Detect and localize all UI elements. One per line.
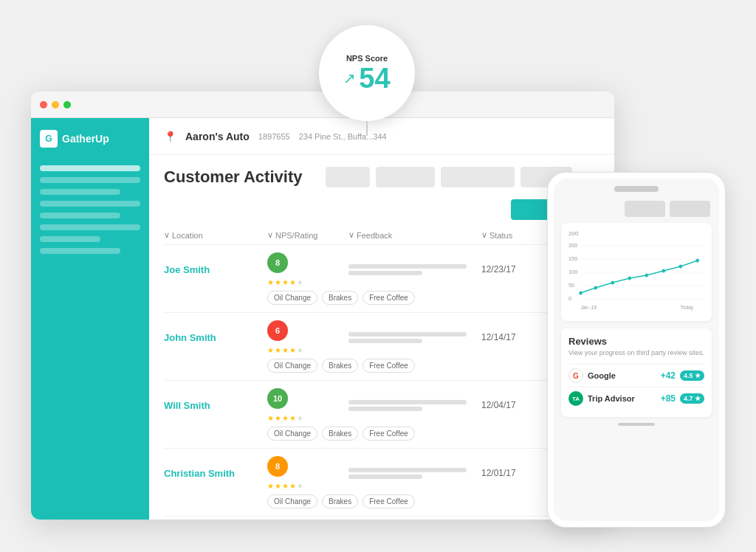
row-top: Christian Smith 8 ★ ★ ★ ★ (164, 456, 599, 490)
tags-row: Oil Change Brakes Free Coffee (164, 494, 599, 508)
tags-row: Oil Change Brakes Free Coffee (164, 359, 599, 373)
phone-inner: 200 200 150 100 50 0 (554, 179, 719, 521)
y-label-200: 200 (568, 230, 578, 237)
star-rating: ★ ★ ★ ★ ★ (267, 482, 348, 490)
col-header-nps[interactable]: ∨ NPS/Rating (267, 230, 348, 240)
google-review-rating: 4.5 ★ (680, 370, 704, 381)
table-row: John Smith 6 ★ ★ ★ ★ ★ (164, 313, 599, 381)
page-title: Customer Activity (164, 168, 302, 187)
feedback-line-1 (348, 332, 467, 337)
tripadvisor-review-count: +85 (661, 393, 676, 404)
sidebar-item-6[interactable] (40, 224, 140, 230)
tag[interactable]: Oil Change (267, 494, 317, 508)
svg-text:Today: Today (681, 305, 694, 311)
reviews-title: Reviews (568, 336, 704, 347)
table-row: Christian Smith 8 ★ ★ ★ ★ (164, 449, 599, 517)
col-sort-icon: ∨ (481, 230, 487, 240)
date-field: 12/14/17 (481, 332, 555, 342)
sidebar-item-7[interactable] (40, 236, 100, 242)
sidebar-item-2[interactable] (40, 177, 140, 183)
window-close-button[interactable] (40, 101, 47, 108)
tag[interactable]: Oil Change (267, 291, 317, 305)
tag[interactable]: Brakes (322, 427, 358, 441)
tag[interactable]: Free Coffee (362, 494, 415, 508)
date-field: 12/01/17 (481, 468, 555, 478)
sidebar-logo-text: GatherUp (62, 133, 109, 145)
svg-text:100: 100 (568, 269, 577, 275)
table-row: Joe Smith 8 ★ ★ ★ ★ ★ (164, 245, 599, 313)
col-sort-icon: ∨ (164, 230, 170, 240)
phone-tab-1[interactable] (625, 201, 665, 217)
sidebar-item-5[interactable] (40, 213, 120, 218)
tag[interactable]: Brakes (322, 494, 358, 508)
filter-bar-3[interactable] (441, 167, 515, 187)
sidebar-item-1[interactable] (40, 165, 140, 171)
tag[interactable]: Free Coffee (362, 291, 415, 305)
location-name[interactable]: Aaron's Auto (185, 131, 250, 142)
google-review-count: +42 (661, 370, 676, 381)
phone-window: 200 200 150 100 50 0 (548, 173, 725, 527)
tag[interactable]: Oil Change (267, 359, 317, 373)
filter-bar-2[interactable] (376, 167, 435, 187)
customer-name[interactable]: Will Smith (164, 400, 267, 411)
col-header-status[interactable]: ∨ Status (481, 230, 555, 240)
window-maximize-button[interactable] (63, 101, 71, 108)
svg-point-14 (645, 274, 649, 277)
reviews-subtitle: View your progress on third party review… (568, 349, 704, 356)
customer-name[interactable]: Christian Smith (164, 468, 267, 479)
gatherup-logo-icon: G (40, 130, 58, 148)
svg-text:0: 0 (568, 295, 571, 302)
filter-bar-1[interactable] (326, 167, 370, 187)
browser-window: G GatherUp 📍 Aaron's Auto 1897655 (31, 92, 614, 520)
customer-name[interactable]: Joe Smith (164, 264, 267, 275)
tag[interactable]: Free Coffee (362, 359, 415, 373)
browser-content: G GatherUp 📍 Aaron's Auto 1897655 (31, 118, 614, 520)
svg-text:200: 200 (568, 242, 577, 249)
tag[interactable]: Brakes (322, 359, 358, 373)
tags-row: Oil Change Brakes Free Coffee (164, 427, 599, 441)
nps-badge: 6 (267, 320, 288, 341)
row-top: John Smith 6 ★ ★ ★ ★ ★ (164, 320, 599, 354)
nps-rating-col: 8 ★ ★ ★ ★ ★ (267, 456, 348, 490)
sidebar: G GatherUp (31, 118, 149, 520)
tripadvisor-platform-name: Trip Advisor (588, 394, 656, 403)
star-rating: ★ ★ ★ ★ ★ (267, 414, 348, 422)
table-toolbar (164, 193, 599, 226)
tag[interactable]: Oil Change (267, 427, 317, 441)
feedback-line-2 (348, 407, 422, 411)
tripadvisor-icon: TA (568, 391, 583, 406)
svg-point-16 (679, 265, 683, 269)
svg-point-12 (611, 281, 615, 285)
scene: NPS Score ↗ 54 G GatherUp (31, 25, 725, 527)
svg-text:50: 50 (568, 282, 574, 289)
customer-name[interactable]: John Smith (164, 332, 267, 343)
sidebar-item-8[interactable] (40, 248, 120, 254)
sidebar-item-3[interactable] (40, 189, 120, 195)
tag[interactable]: Brakes (322, 291, 358, 305)
browser-chrome (31, 92, 614, 118)
location-address: 234 Pine St., Buffa...344 (299, 132, 387, 141)
location-id: 1897655 (258, 132, 290, 141)
tag[interactable]: Free Coffee (362, 427, 415, 441)
nps-rating-col: 6 ★ ★ ★ ★ ★ (267, 320, 348, 354)
col-header-location[interactable]: ∨ Location (164, 230, 267, 240)
phone-tab-2[interactable] (670, 201, 710, 217)
phone-status-bar (614, 186, 659, 192)
date-field: 12/04/17 (481, 400, 555, 410)
col-header-feedback[interactable]: ∨ Feedback (348, 230, 481, 240)
table-row: Will Smith 10 ★ ★ ★ ★ ★ (164, 381, 599, 449)
google-icon: G (568, 368, 583, 383)
col-sort-icon: ∨ (267, 230, 273, 240)
chart-y-labels: 200 (568, 230, 704, 237)
phone-home-indicator[interactable] (618, 423, 655, 426)
reviews-section: Reviews View your progress on third part… (561, 328, 712, 417)
row-top: Will Smith 10 ★ ★ ★ ★ ★ (164, 388, 599, 422)
window-minimize-button[interactable] (52, 101, 59, 108)
nps-rating-col: 10 ★ ★ ★ ★ ★ (267, 388, 348, 422)
date-field: 12/23/17 (481, 264, 555, 275)
star-rating: ★ ★ ★ ★ ★ (267, 278, 348, 286)
row-top: Joe Smith 8 ★ ★ ★ ★ ★ (164, 252, 599, 286)
nps-bubble: NPS Score ↗ 54 (319, 25, 415, 121)
col-sort-icon: ∨ (348, 230, 354, 240)
sidebar-item-4[interactable] (40, 201, 140, 207)
